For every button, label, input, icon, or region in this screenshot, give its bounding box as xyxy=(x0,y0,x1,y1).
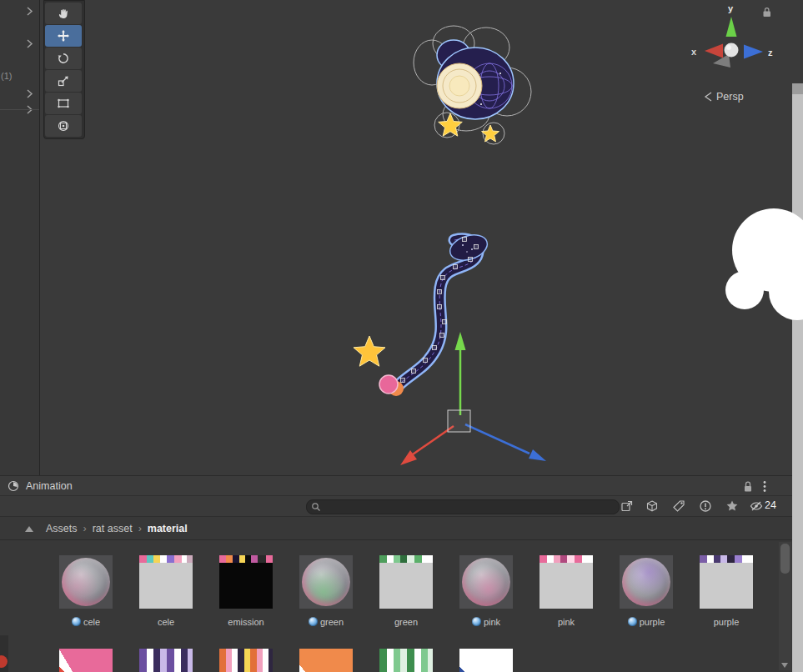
project-item-label: cele xyxy=(83,617,100,627)
scene-view[interactable]: y x z xyxy=(39,0,803,475)
prefab-cube-icon[interactable] xyxy=(645,499,659,513)
material-preview[interactable] xyxy=(540,555,593,609)
project-item[interactable]: emission xyxy=(206,555,286,627)
material-preview[interactable] xyxy=(620,555,673,609)
collapse-triangle-icon[interactable] xyxy=(25,526,33,532)
rotate-tool-button[interactable] xyxy=(45,48,82,69)
search-input[interactable] xyxy=(321,502,619,512)
breadcrumb-rat-asset[interactable]: rat asset xyxy=(93,523,133,534)
material-preview[interactable] xyxy=(219,555,273,609)
tool-strip xyxy=(43,0,85,139)
label-tag-icon[interactable] xyxy=(672,499,685,513)
hand-tool-button[interactable] xyxy=(45,3,82,24)
move-gizmo[interactable] xyxy=(400,332,546,465)
project-grid: cele cele emission green xyxy=(0,540,803,672)
axis-y-cone xyxy=(726,17,737,37)
project-item-label: pink xyxy=(484,617,500,627)
axis-x-label: x xyxy=(691,47,697,57)
expand-chevron-icon[interactable] xyxy=(26,6,33,17)
tail-mesh[interactable] xyxy=(354,231,490,396)
row-separator xyxy=(0,109,39,110)
kebab-menu-icon[interactable] xyxy=(763,480,766,493)
axis-x-cone xyxy=(705,44,723,58)
project-item[interactable]: pink xyxy=(526,555,606,627)
project-item-partial[interactable] xyxy=(446,649,526,672)
lock-icon[interactable] xyxy=(743,480,753,493)
material-preview[interactable] xyxy=(700,555,753,609)
search-icon xyxy=(311,502,321,512)
star-decoration xyxy=(354,336,385,366)
hand-icon xyxy=(57,7,70,20)
project-item-label: green xyxy=(394,617,418,627)
axis-z-label: z xyxy=(768,48,773,58)
expand-chevron-icon[interactable] xyxy=(26,38,33,49)
adjacent-window-edge xyxy=(792,83,803,672)
favorites-star-icon[interactable] xyxy=(725,499,739,513)
material-preview[interactable] xyxy=(299,649,353,672)
persp-indicator[interactable]: Persp xyxy=(703,91,744,103)
material-ball-icon xyxy=(309,617,318,626)
project-item-label: purple xyxy=(714,617,740,627)
project-item-label: pink xyxy=(558,617,575,627)
creature-mesh[interactable] xyxy=(437,40,514,142)
search-field[interactable] xyxy=(306,499,620,514)
project-item-partial[interactable] xyxy=(286,649,366,672)
persp-label: Persp xyxy=(716,91,744,103)
project-toolbar: 24 xyxy=(0,496,803,517)
project-item[interactable]: cele xyxy=(46,555,126,627)
material-preview[interactable] xyxy=(139,649,193,672)
material-preview[interactable] xyxy=(299,555,353,609)
project-item[interactable]: green xyxy=(366,555,446,627)
project-item[interactable]: cele xyxy=(126,555,206,627)
grid-scrollbar[interactable] xyxy=(779,542,791,670)
warning-icon[interactable] xyxy=(699,499,712,513)
project-item-partial[interactable] xyxy=(46,649,126,672)
move-icon xyxy=(57,29,70,43)
axis-y-label: y xyxy=(728,3,734,13)
material-preview[interactable] xyxy=(219,649,273,672)
project-item[interactable]: green xyxy=(286,555,366,627)
breadcrumb-material[interactable]: material xyxy=(148,523,188,534)
project-grid-row: cele cele emission green xyxy=(46,555,766,627)
material-preview[interactable] xyxy=(379,555,433,609)
scrollbar-thumb[interactable] xyxy=(780,544,790,574)
project-item-partial[interactable] xyxy=(366,649,446,672)
speech-bubble-shape xyxy=(717,198,803,323)
axis-neg-cone xyxy=(713,54,730,68)
scene-3d-content: y x z xyxy=(39,0,803,475)
scrollbar-down-arrow-icon[interactable] xyxy=(781,663,788,668)
transform-tool-button[interactable] xyxy=(45,115,82,137)
project-item[interactable]: purple xyxy=(686,555,766,627)
material-preview[interactable] xyxy=(459,555,513,609)
project-item[interactable]: pink xyxy=(446,555,526,627)
scale-tool-button[interactable] xyxy=(45,70,82,92)
breadcrumb-assets[interactable]: Assets xyxy=(46,523,78,534)
rect-tool-button[interactable] xyxy=(45,93,82,114)
wireframe-circles xyxy=(414,26,531,144)
expand-chevron-icon[interactable] xyxy=(26,88,33,99)
project-item-partial[interactable] xyxy=(126,649,206,672)
record-indicator xyxy=(0,655,8,668)
transform-icon xyxy=(57,119,70,133)
breadcrumb-separator: › xyxy=(138,523,142,534)
material-preview[interactable] xyxy=(379,649,433,672)
breadcrumb-separator: › xyxy=(83,523,87,534)
clock-icon xyxy=(7,479,20,493)
hidden-visibility-icon[interactable] xyxy=(750,499,763,513)
material-preview[interactable] xyxy=(139,555,193,609)
project-item[interactable]: purple xyxy=(606,555,686,627)
lock-icon[interactable] xyxy=(764,8,771,17)
orientation-gizmo[interactable]: y x z xyxy=(691,3,773,68)
move-tool-button[interactable] xyxy=(45,25,82,47)
axis-z-cone xyxy=(744,45,763,59)
project-item-partial[interactable] xyxy=(206,649,286,672)
animation-tab-bar[interactable]: Animation xyxy=(0,475,803,496)
persp-chevron-icon xyxy=(703,91,714,103)
open-in-window-icon[interactable] xyxy=(620,499,634,513)
rotate-icon xyxy=(57,52,70,65)
material-preview[interactable] xyxy=(59,649,113,672)
material-preview[interactable] xyxy=(59,555,113,609)
breadcrumb: Assets › rat asset › material xyxy=(46,523,188,534)
material-preview[interactable] xyxy=(459,649,513,672)
material-ball-icon xyxy=(72,617,81,626)
